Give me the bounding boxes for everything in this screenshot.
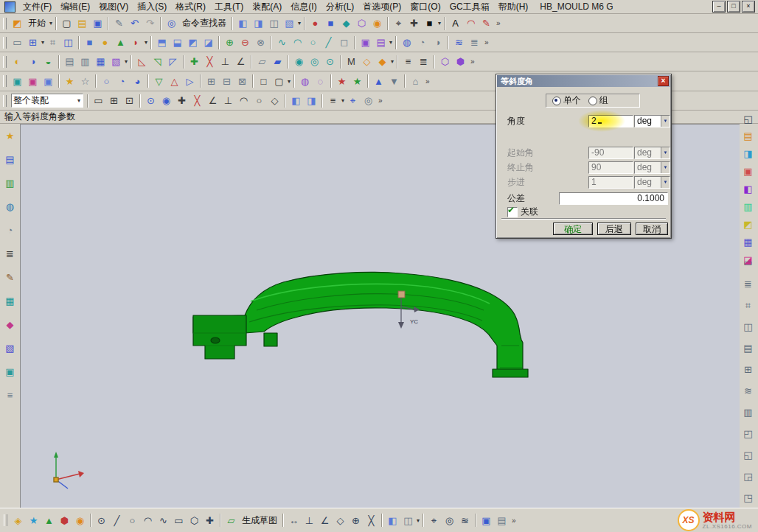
layer-category-icon[interactable]: ▣: [41, 74, 56, 89]
toolbar-grip[interactable]: [3, 95, 7, 107]
sweep-icon[interactable]: ◩: [185, 35, 201, 50]
toolbar-overflow-chevron[interactable]: »: [482, 38, 491, 46]
menu-item-0[interactable]: 文件(F): [18, 0, 56, 14]
layer-settings-icon[interactable]: ▣: [10, 74, 25, 89]
deviation-icon[interactable]: ◆: [375, 54, 390, 69]
block-icon[interactable]: ■: [323, 15, 338, 31]
snap-intersection-icon[interactable]: ✚: [174, 93, 190, 108]
wcs-dynamics-icon[interactable]: ☆: [77, 74, 93, 89]
combo-dropdown-arrow-icon[interactable]: ▾: [77, 97, 80, 104]
face-blend-icon[interactable]: ◐: [10, 54, 25, 69]
torus-icon[interactable]: ◉: [369, 15, 385, 31]
info-window-icon[interactable]: ▣: [479, 513, 494, 528]
line-tool-icon[interactable]: ╱: [109, 513, 125, 528]
origin-icon[interactable]: ⌖: [426, 513, 442, 528]
menu-item-11[interactable]: GC工具箱: [445, 0, 494, 14]
draft-icon[interactable]: ◒: [41, 54, 56, 69]
menu-item-1[interactable]: 编辑(E): [56, 0, 94, 14]
polygon-icon[interactable]: ⬡: [354, 15, 369, 31]
toolbar-overflow-chevron[interactable]: »: [423, 77, 432, 85]
materials-icon[interactable]: ◆: [2, 317, 18, 332]
snap-center-icon[interactable]: ◉: [159, 93, 174, 108]
dropdown-arrow-icon[interactable]: ▾: [438, 20, 441, 27]
command-finder-button[interactable]: 命令查找器: [179, 17, 229, 29]
chamfer-icon[interactable]: ◑: [430, 35, 445, 50]
trim-icon[interactable]: ≣: [467, 35, 482, 50]
visualization-icon[interactable]: ▧: [2, 340, 18, 356]
arc-icon[interactable]: ◠: [290, 35, 305, 50]
edge-blend-icon[interactable]: ◑: [25, 54, 41, 69]
thicken-icon[interactable]: ▥: [77, 54, 93, 69]
toolbox-item-icon[interactable]: ▤: [740, 340, 756, 356]
point-set-icon[interactable]: ✚: [187, 54, 202, 69]
toolbox-item-icon[interactable]: ◲: [740, 469, 756, 484]
section-icon[interactable]: ▲: [371, 74, 386, 89]
toolbar-overflow-chevron[interactable]: »: [510, 517, 518, 525]
unit-dropdown-arrow-icon[interactable]: ▼: [661, 116, 670, 127]
constraint-angle-icon[interactable]: ∠: [317, 513, 333, 528]
annotation-icon[interactable]: ✎: [479, 15, 494, 31]
bounded-plane-icon[interactable]: ▱: [254, 54, 270, 69]
system-palette-icon[interactable]: ▦: [740, 234, 756, 250]
start-icon[interactable]: ◩: [10, 15, 25, 31]
radio-single[interactable]: 单个: [552, 94, 581, 107]
quickpick-icon[interactable]: ≡: [325, 93, 341, 108]
toolbox-item-icon[interactable]: ⌗: [740, 298, 756, 313]
layout-icon[interactable]: ◫: [400, 513, 416, 528]
toolbar-overflow-chevron[interactable]: »: [468, 57, 477, 66]
dropdown-arrow-icon[interactable]: ▾: [125, 58, 128, 65]
part-navigator-icon[interactable]: ▥: [2, 175, 18, 191]
toolbar-grip[interactable]: [3, 56, 7, 68]
toolbar-grip[interactable]: [4, 514, 7, 526]
face-filter-icon[interactable]: ⊞: [106, 93, 122, 108]
toolbar-grip[interactable]: [3, 37, 7, 49]
side-view-icon[interactable]: ▷: [182, 74, 198, 89]
display-mode-icon[interactable]: ◧: [385, 513, 400, 528]
through-curves-icon[interactable]: ◉: [291, 54, 307, 69]
wireframe-style-icon[interactable]: ◌: [313, 74, 328, 89]
sketch-icon[interactable]: ▱: [223, 513, 239, 528]
delete-constraint-icon[interactable]: ╳: [364, 513, 379, 528]
toolbox-item-icon[interactable]: ▭: [740, 255, 756, 270]
sew-icon[interactable]: ▦: [93, 54, 108, 69]
toolbox-item-icon[interactable]: ◳: [740, 490, 756, 505]
rotate-view-icon[interactable]: ◔: [114, 74, 130, 89]
dropdown-arrow-icon[interactable]: ▾: [288, 78, 291, 85]
dialog-titlebar[interactable]: 等斜度角 ×: [497, 75, 670, 87]
line-icon[interactable]: ╱: [321, 35, 336, 50]
section-curve-icon[interactable]: ≋: [457, 513, 473, 528]
menu-item-9[interactable]: 首选项(P): [358, 0, 406, 14]
wave-link-icon[interactable]: ⬡: [437, 54, 453, 69]
circle-icon[interactable]: ○: [305, 35, 321, 50]
model-foot[interactable]: [493, 369, 528, 377]
circle-tool-icon[interactable]: ○: [125, 513, 140, 528]
menu-item-6[interactable]: 装配(A): [248, 0, 286, 14]
menu-item-8[interactable]: 分析(L): [321, 0, 359, 14]
dropdown-arrow-icon[interactable]: ▾: [41, 39, 44, 46]
layer-visible-icon[interactable]: ▣: [25, 74, 41, 89]
rectangle-icon[interactable]: ◻: [336, 35, 352, 50]
reference-icon[interactable]: ◎: [442, 513, 457, 528]
home-view-icon[interactable]: ⌂: [408, 74, 423, 89]
deselect-icon[interactable]: ◎: [361, 93, 376, 108]
grid-icon[interactable]: ⌗: [45, 35, 60, 50]
point-icon[interactable]: ⌖: [391, 15, 406, 31]
wireframe-icon[interactable]: ◫: [266, 15, 282, 31]
dropdown-arrow-icon[interactable]: ▾: [389, 39, 392, 46]
shaded-icon[interactable]: ▧: [282, 15, 297, 31]
analysis-icon[interactable]: ◇: [359, 54, 375, 69]
add-component-icon[interactable]: ▲: [41, 513, 57, 528]
datum-plane-icon[interactable]: ▭: [10, 35, 25, 50]
log-icon[interactable]: ▤: [494, 513, 510, 528]
view-palette-icon[interactable]: ◨: [740, 146, 756, 161]
cancel-button[interactable]: 取消: [636, 223, 668, 235]
dropdown-arrow-icon[interactable]: ▾: [145, 39, 147, 46]
color-swatch-icon[interactable]: ■: [422, 15, 437, 31]
replace-component-icon[interactable]: ⬢: [57, 513, 72, 528]
toolbox-item-icon[interactable]: ◰: [740, 426, 756, 441]
fit-icon[interactable]: ⊞: [204, 74, 219, 89]
trim-body-icon[interactable]: ◺: [134, 54, 150, 69]
associative-checkbox[interactable]: ✔: [507, 207, 518, 217]
dropdown-arrow-icon[interactable]: ▾: [391, 58, 394, 65]
close-button[interactable]: ×: [742, 1, 755, 13]
